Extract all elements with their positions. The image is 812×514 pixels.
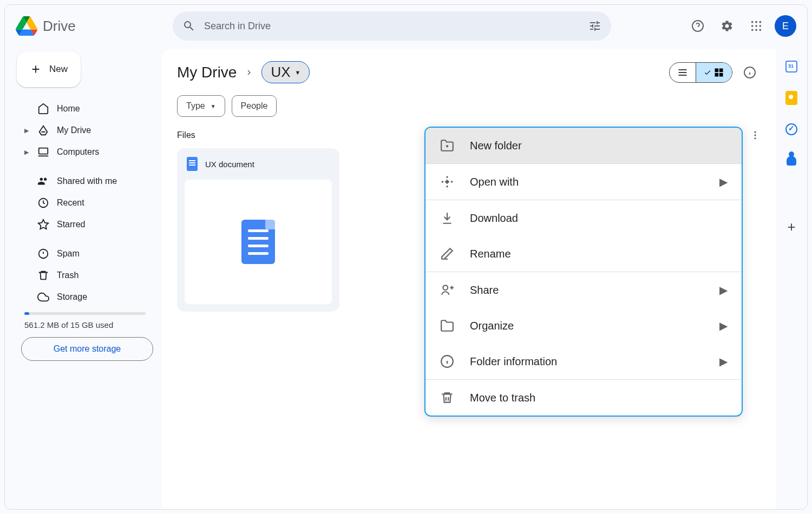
product-logo[interactable]: Drive [16,16,151,36]
nav-label: Spam [57,249,80,259]
home-icon [37,103,49,115]
nav-label: Computers [57,147,99,157]
section-title: Files [177,130,195,140]
file-card[interactable]: UX document [177,148,339,312]
computer-icon [37,146,49,158]
avatar[interactable]: E [775,15,796,37]
menu-rename[interactable]: Rename [425,236,742,272]
menu-organize[interactable]: Organize ▶ [425,308,742,344]
sidebar-item-storage[interactable]: Storage [17,286,153,308]
list-view-button[interactable] [670,63,696,82]
sidebar-item-recent[interactable]: Recent [17,192,153,214]
submenu-arrow-icon: ▶ [719,355,728,368]
spam-icon [37,248,49,260]
svg-point-18 [754,131,756,133]
cloud-icon [37,291,49,303]
keep-app-icon[interactable] [785,91,798,104]
search-input[interactable] [204,21,588,32]
tune-icon[interactable] [588,19,601,32]
context-menu: New folder Open with ▶ Download Rename [424,127,743,417]
menu-share[interactable]: Share ▶ [425,272,742,308]
share-icon [440,283,455,297]
nav-label: Home [57,104,80,114]
svg-point-9 [759,29,762,31]
menu-download[interactable]: Download [425,200,742,236]
grid-view-button[interactable] [696,63,732,82]
menu-open-with[interactable]: Open with ▶ [425,164,742,200]
new-button[interactable]: New [17,51,81,87]
svg-point-1 [751,21,754,23]
menu-move-trash[interactable]: Move to trash [425,380,742,416]
info-icon[interactable] [739,62,761,83]
svg-point-6 [759,25,762,27]
dropdown-icon: ▼ [295,69,301,76]
plus-icon [30,62,42,76]
product-name: Drive [43,18,76,35]
organize-icon [440,319,455,333]
nav-label: Trash [57,271,78,280]
storage-bar [24,312,146,315]
sidebar-item-mydrive[interactable]: ▶ My Drive [17,120,153,141]
docs-icon [187,157,198,171]
main-content: My Drive UX ▼ Type▼ People [162,49,776,509]
view-toggle [669,62,732,83]
filter-row: Type▼ People [177,95,761,117]
breadcrumb: My Drive UX ▼ [177,61,761,83]
submenu-arrow-icon: ▶ [719,319,728,332]
svg-point-19 [754,134,756,136]
settings-icon[interactable] [716,15,738,37]
nav-label: Storage [57,292,87,302]
more-vert-icon[interactable] [750,130,761,141]
svg-point-4 [751,25,754,27]
clock-icon [37,197,49,209]
filter-type[interactable]: Type▼ [177,95,225,117]
drive-logo-icon [16,16,37,36]
file-name: UX document [205,160,254,169]
addons-plus-icon[interactable]: + [785,220,798,233]
expand-icon[interactable]: ▶ [24,127,30,134]
check-icon [704,69,711,76]
breadcrumb-root[interactable]: My Drive [177,64,237,81]
docs-large-icon [241,220,275,264]
sidebar-item-shared[interactable]: Shared with me [17,170,153,192]
get-storage-button[interactable]: Get more storage [21,337,153,361]
sidebar-item-computers[interactable]: ▶ Computers [17,141,153,163]
submenu-arrow-icon: ▶ [719,175,728,188]
nav-label: Shared with me [57,176,117,186]
calendar-app-icon[interactable] [785,60,798,73]
sidebar-item-starred[interactable]: Starred [17,214,153,235]
header: Drive E [5,5,807,47]
svg-rect-16 [719,73,723,76]
breadcrumb-current[interactable]: UX ▼ [261,61,310,83]
menu-folder-info[interactable]: Folder information ▶ [425,344,742,379]
svg-point-2 [755,21,757,23]
submenu-arrow-icon: ▶ [719,284,728,296]
search-icon [182,19,195,32]
apps-icon[interactable] [745,15,767,37]
rename-icon [440,247,455,261]
svg-rect-13 [715,68,719,72]
sidebar-item-spam[interactable]: Spam [17,243,153,265]
svg-point-7 [751,29,754,31]
search-bar[interactable] [173,11,611,41]
filter-people[interactable]: People [232,95,277,117]
trash-icon [440,391,455,405]
contacts-app-icon[interactable] [785,154,798,167]
sidebar-item-trash[interactable]: Trash [17,265,153,286]
file-preview [185,180,332,304]
drive-icon [37,124,49,136]
svg-point-5 [755,25,757,27]
sidebar-item-home[interactable]: Home [17,98,153,120]
help-icon[interactable] [687,15,709,37]
svg-point-3 [759,21,762,23]
svg-point-21 [443,285,448,290]
chevron-right-icon [244,68,254,77]
nav-label: My Drive [57,126,91,135]
expand-icon[interactable]: ▶ [24,149,30,156]
sidebar: New Home ▶ My Drive ▶ Computers Sh [5,47,162,509]
new-button-label: New [49,64,68,75]
menu-new-folder[interactable]: New folder [425,128,742,163]
people-icon [37,175,49,187]
tasks-app-icon[interactable] [785,123,798,136]
storage-usage-text: 561.2 MB of 15 GB used [17,320,153,330]
